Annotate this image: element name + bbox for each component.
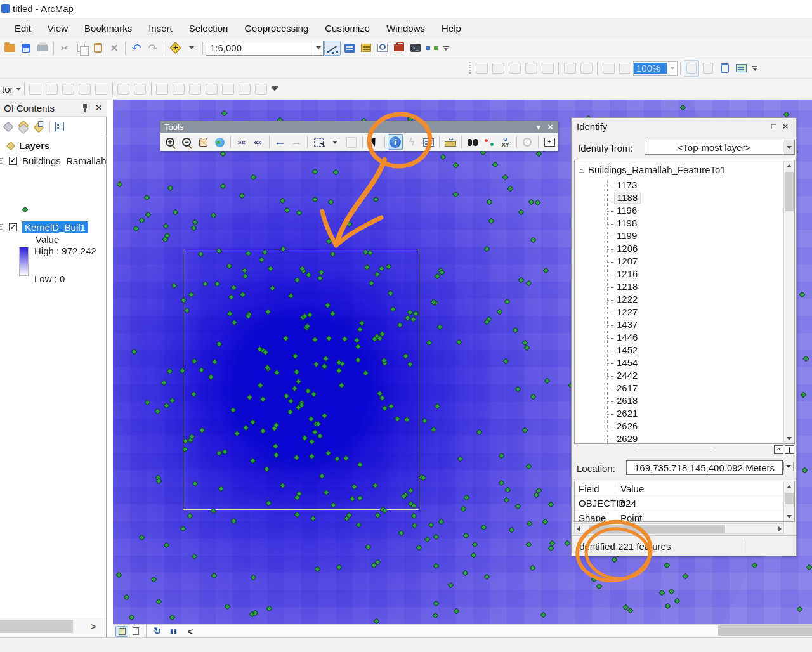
rotate-tool-button[interactable] xyxy=(204,81,219,97)
menu-customize[interactable]: Customize xyxy=(318,20,377,36)
add-data-button[interactable] xyxy=(167,40,183,56)
pin-icon[interactable] xyxy=(82,103,88,112)
find-route-tool[interactable] xyxy=(481,134,497,150)
kernel-checkbox[interactable]: ✓ xyxy=(9,223,17,231)
catalog-button[interactable] xyxy=(358,40,374,56)
identify-feature-1216[interactable]: 1216 xyxy=(575,267,778,280)
scroll-down-icon[interactable] xyxy=(784,433,794,443)
location-value[interactable]: 169,735.718 145,400.092 Meters xyxy=(626,460,783,475)
split-tool-button[interactable] xyxy=(155,81,170,97)
scroll-up-icon[interactable] xyxy=(784,160,794,171)
scroll-down-icon[interactable] xyxy=(784,511,794,521)
list-by-source-icon[interactable] xyxy=(18,121,30,133)
menu-windows[interactable]: Windows xyxy=(379,20,432,36)
full-extent-tool[interactable] xyxy=(212,134,227,150)
attribute-row[interactable]: OBJECTID624 xyxy=(575,496,794,511)
identify-feature-1198[interactable]: 1198 xyxy=(575,216,778,229)
toggle-draft-mode-button[interactable] xyxy=(684,60,699,77)
attribute-table-scrollbar[interactable] xyxy=(783,481,794,521)
cut-button[interactable]: ✂ xyxy=(57,40,72,56)
toc-horizontal-scrollbar[interactable]: > xyxy=(0,618,106,634)
toc-close-icon[interactable]: ✕ xyxy=(95,102,103,114)
editor-toolbar-toggle[interactable] xyxy=(324,40,341,56)
tools-close-icon[interactable]: ✕ xyxy=(547,122,554,132)
zoom-out-tool[interactable]: − xyxy=(179,134,194,150)
shape-construction-button[interactable] xyxy=(94,81,109,97)
layout-view-button[interactable] xyxy=(129,626,142,637)
identify-feature-1206[interactable]: 1206 xyxy=(575,242,778,254)
paste-button[interactable] xyxy=(90,40,105,56)
buildings-checkbox[interactable]: ✓ xyxy=(9,157,17,165)
kernel-layer-label[interactable]: KernelD_Buil1 xyxy=(22,221,88,233)
identify-feature-1222[interactable]: 1222 xyxy=(575,292,778,305)
zoom-whole-page-button[interactable] xyxy=(523,60,539,77)
table-of-contents-button[interactable] xyxy=(342,40,357,56)
identify-feature-2629[interactable]: 2629 xyxy=(575,432,778,444)
buildings-layer-label[interactable]: Buildings_Ramallah_ xyxy=(22,155,112,166)
scroll-thumb[interactable] xyxy=(589,525,725,533)
toolbar-overflow-button[interactable] xyxy=(443,46,449,51)
measure-tool[interactable] xyxy=(443,134,458,150)
fixed-zoom-in-tool[interactable]: »« xyxy=(234,134,249,150)
go-to-xy-tool[interactable]: XY xyxy=(498,134,513,150)
select-features-dropdown[interactable] xyxy=(327,134,343,150)
identify-from-dropdown-icon[interactable] xyxy=(783,140,794,154)
identify-feature-2618[interactable]: 2618 xyxy=(575,394,778,407)
identify-results-tree[interactable]: − Buildings_Ramallah_FeatureTo1 11731188… xyxy=(574,160,795,444)
toc-layer-buildings[interactable]: ✓ Buildings_Ramallah_ xyxy=(9,155,112,166)
list-by-drawing-order-icon[interactable] xyxy=(3,121,15,133)
identify-feature-1227[interactable]: 1227 xyxy=(575,305,778,318)
go-forward-extent-tool[interactable]: → xyxy=(289,134,304,150)
toc-scroll-thumb[interactable] xyxy=(0,620,73,633)
zoom-in-layout-button[interactable] xyxy=(474,60,489,77)
identify-splitter[interactable]: ^ | xyxy=(572,444,796,455)
attributes-button[interactable] xyxy=(221,81,236,97)
identify-feature-1437[interactable]: 1437 xyxy=(575,318,778,330)
identify-maximize-icon[interactable]: □ xyxy=(768,122,780,131)
edit-tool-button[interactable] xyxy=(28,81,43,97)
menu-edit[interactable]: Edit xyxy=(8,20,38,36)
attribute-row[interactable]: ShapePoint xyxy=(575,511,794,522)
open-button[interactable] xyxy=(2,40,17,56)
identify-feature-1454[interactable]: 1454 xyxy=(575,356,778,368)
identify-close-icon[interactable]: ✕ xyxy=(780,122,791,131)
attribute-horizontal-scrollbar[interactable] xyxy=(574,523,784,534)
menu-selection[interactable]: Selection xyxy=(182,20,235,36)
identify-feature-1452[interactable]: 1452 xyxy=(575,343,778,356)
focus-data-frame-button[interactable] xyxy=(700,60,716,77)
select-elements-tool[interactable] xyxy=(366,134,381,150)
annotation-edit-tool-button[interactable] xyxy=(44,81,60,97)
change-layout-button[interactable] xyxy=(717,60,732,77)
identify-feature-2626[interactable]: 2626 xyxy=(575,419,778,432)
intersect-button[interactable] xyxy=(188,81,203,97)
menu-help[interactable]: Help xyxy=(435,20,468,36)
collapse-icon[interactable]: − xyxy=(579,167,584,173)
identify-feature-1188[interactable]: 1188 xyxy=(575,191,778,204)
pan-layout-button[interactable] xyxy=(507,60,522,77)
identify-feature-2617[interactable]: 2617 xyxy=(575,381,778,394)
layout-overflow-button[interactable] xyxy=(752,66,757,71)
collapse-all-icon[interactable]: ^ xyxy=(774,445,783,454)
location-units-dropdown-icon[interactable] xyxy=(783,462,794,471)
arc-segment-button[interactable] xyxy=(77,81,93,97)
identify-attribute-table[interactable]: Field Value OBJECTID624ShapePoint xyxy=(574,481,795,522)
layer-expander-icon[interactable]: − xyxy=(0,158,3,164)
hyperlink-tool[interactable]: ϟ xyxy=(404,134,419,150)
toolbar-grip[interactable] xyxy=(469,62,471,75)
identify-feature-1173[interactable]: 1173 xyxy=(575,178,778,191)
splitter-handle[interactable] xyxy=(638,450,714,450)
identify-tool[interactable]: i xyxy=(388,134,403,150)
create-viewer-window-tool[interactable]: + xyxy=(542,134,557,150)
arctoolbox-button[interactable] xyxy=(391,40,407,56)
toc-scroll-right-icon[interactable]: > xyxy=(91,622,96,632)
fixed-zoom-out-page-button[interactable] xyxy=(579,60,594,77)
menu-bookmarks[interactable]: Bookmarks xyxy=(77,20,139,36)
menu-insert[interactable]: Insert xyxy=(141,20,180,36)
copy-button[interactable] xyxy=(74,40,89,56)
cut-polygons-button[interactable] xyxy=(133,81,148,97)
html-popup-tool[interactable] xyxy=(421,134,436,150)
identify-feature-2621[interactable]: 2621 xyxy=(575,407,778,419)
identify-feature-1446[interactable]: 1446 xyxy=(575,330,778,343)
identify-feature-1196[interactable]: 1196 xyxy=(575,204,778,216)
identify-titlebar[interactable]: Identify □ ✕ xyxy=(572,118,796,134)
